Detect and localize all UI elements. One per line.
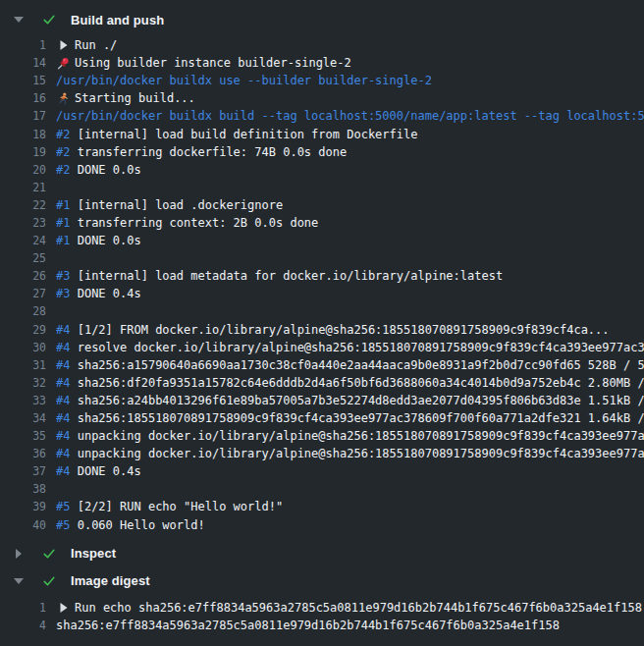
line-text: transferring dockerfile: 74B 0.0s done [70,145,347,159]
line-content: #4 [1/2] FROM docker.io/library/alpine@s… [56,323,644,337]
expand-toggle[interactable] [13,549,25,559]
run-expander-icon-slot [56,601,70,615]
line-number[interactable]: 35 [0,429,46,443]
log-line: 30 #4 resolve docker.io/library/alpine@s… [0,339,644,356]
line-content: Starting build... [56,91,644,105]
line-content: Run ./ [56,38,644,52]
line-text: [internal] load metadata for docker.io/l… [70,269,503,283]
expand-toggle[interactable] [13,17,25,23]
log-line: 39 #5 [2/2] RUN echo "Hello world!" [0,498,644,515]
line-number[interactable]: 39 [0,500,46,513]
log-line: 24 #1 DONE 0.0s [0,232,644,249]
line-text: transferring context: 2B 0.0s done [70,216,318,230]
line-text: sha256:e7ff8834a5963a2785c5a0811e979d16b… [56,619,560,632]
run-expander-icon [59,40,68,50]
line-content: #4 sha256:df20fa9351a15782c64e6dddb2d4a6… [56,376,644,390]
pushpin-icon-slot [56,56,70,70]
line-number[interactable]: 1 [0,601,46,615]
log-line: 25 [0,249,644,267]
line-number[interactable]: 34 [0,411,46,425]
line-number[interactable]: 28 [0,304,46,318]
section-build-and-push: Build and push 1 Run ./ 14 Using builder… [0,10,644,534]
log-line: 16 Starting build... [0,89,644,107]
line-text: 0.060 Hello world! [70,518,204,532]
log-line: 20 #2 DONE 0.0s [0,161,644,179]
section-header-inspect[interactable]: Inspect [0,544,644,564]
chevron-down-icon [14,17,24,23]
log-line: 37 #4 DONE 0.4s [0,462,644,480]
log-lines: 1 Run ./ 14 Using builder instance build… [0,36,644,534]
line-command-text: #2 [56,163,70,177]
success-check-icon [42,574,56,588]
section-header-build-and-push[interactable]: Build and push [0,10,644,29]
line-number[interactable]: 29 [0,323,46,337]
line-number[interactable]: 31 [0,358,46,372]
line-number[interactable]: 26 [0,269,46,283]
log-line: 22 #1 [internal] load .dockerignore [0,196,644,214]
line-number[interactable]: 18 [0,128,46,141]
line-number[interactable]: 37 [0,464,46,478]
line-number[interactable]: 15 [0,74,46,87]
line-content: #5 [2/2] RUN echo "Hello world!" [56,500,644,513]
line-content: #4 sha256:a24bb4013296f61e89ba57005a7b3e… [56,394,644,407]
line-command-text: #4 [56,447,70,460]
chevron-down-icon [14,578,24,584]
line-text: resolve docker.io/library/alpine@sha256:… [70,341,644,354]
workflow-log-viewer: Build and push 1 Run ./ 14 Using builder… [0,0,644,634]
log-line: 32 #4 sha256:df20fa9351a15782c64e6dddb2d… [0,374,644,392]
log-line: 40 #5 0.060 Hello world! [0,516,644,534]
line-number[interactable]: 14 [0,56,46,70]
line-number[interactable]: 36 [0,447,46,460]
line-text: sha256:df20fa9351a15782c64e6dddb2d4a6f50… [70,376,644,390]
line-number[interactable]: 21 [0,181,46,194]
run-expander-icon [59,603,68,613]
line-command-text: #1 [56,216,70,230]
log-line: 17 /usr/bin/docker buildx build --tag lo… [0,107,644,125]
runner-icon [57,92,70,105]
run-expander-icon-slot [56,38,70,52]
line-number[interactable]: 25 [0,251,46,265]
line-number[interactable]: 20 [0,163,46,177]
check-icon [42,574,56,588]
line-command-text: #4 [56,429,70,443]
line-text: [1/2] FROM docker.io/library/alpine@sha2… [70,323,609,337]
line-number[interactable]: 4 [0,619,46,632]
line-number[interactable]: 22 [0,198,46,212]
line-command-text: #3 [56,269,70,283]
line-text: [2/2] RUN echo "Hello world!" [70,500,283,513]
line-content: #5 0.060 Hello world! [56,518,644,532]
expand-toggle[interactable] [13,578,25,584]
log-line: 18 #2 [internal] load build definition f… [0,125,644,142]
line-number[interactable]: 1 [0,38,46,52]
line-number[interactable]: 17 [0,109,46,123]
log-lines: 1 Run echo sha256:e7ff8834a5963a2785c5a0… [0,599,644,634]
log-line: 36 #4 unpacking docker.io/library/alpine… [0,445,644,462]
chevron-right-icon [16,549,22,559]
line-text: sha256:185518070891758909c9f839cf4ca393e… [70,411,644,425]
line-content: #4 DONE 0.4s [56,464,644,478]
line-number[interactable]: 23 [0,216,46,230]
line-content: #2 DONE 0.0s [56,163,644,177]
line-command-text: #5 [56,518,70,532]
line-number[interactable]: 32 [0,376,46,390]
line-number[interactable]: 40 [0,518,46,532]
log-line: 23 #1 transferring context: 2B 0.0s done [0,214,644,232]
line-command-text: #4 [56,376,70,390]
line-number[interactable]: 19 [0,145,46,159]
log-line: 19 #2 transferring dockerfile: 74B 0.0s … [0,143,644,161]
line-number[interactable]: 30 [0,341,46,354]
line-number[interactable]: 33 [0,394,46,407]
log-line: 35 #4 unpacking docker.io/library/alpine… [0,427,644,445]
line-text: DONE 0.0s [70,163,140,177]
line-number[interactable]: 38 [0,482,46,496]
line-command-text: /usr/bin/docker buildx build --tag local… [56,109,644,123]
line-number[interactable]: 24 [0,234,46,247]
line-text: DONE 0.0s [70,234,140,247]
line-number[interactable]: 27 [0,287,46,300]
line-content: #1 transferring context: 2B 0.0s done [56,216,644,230]
line-number[interactable]: 16 [0,91,46,105]
line-content: Run echo sha256:e7ff8834a5963a2785c5a081… [56,601,644,615]
section-header-image-digest[interactable]: Image digest [0,571,644,591]
log-line: 29 #4 [1/2] FROM docker.io/library/alpin… [0,321,644,339]
log-line: 34 #4 sha256:185518070891758909c9f839cf4… [0,409,644,427]
